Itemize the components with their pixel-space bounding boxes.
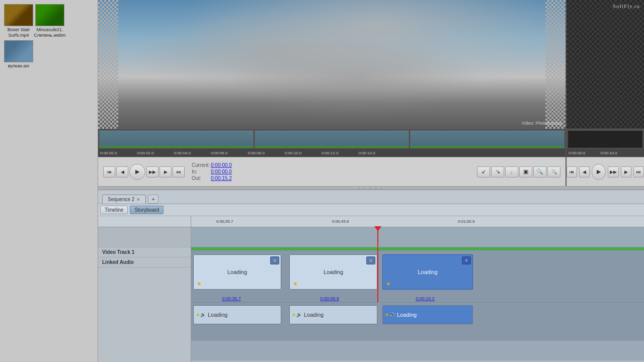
prog-fast-play[interactable]: ▶▶ xyxy=(608,166,618,177)
vulkan-thumb-img xyxy=(5,41,33,62)
timecode-ruler: 0:00;35.7 0:00;45.6 0:01;00.9 xyxy=(191,216,644,227)
empty-track-top xyxy=(191,227,644,247)
current-row: Current: 0:00:00.0 xyxy=(192,162,232,168)
prog-step-fwd[interactable]: ▶ xyxy=(621,166,631,177)
playhead xyxy=(377,227,378,247)
audio-clip-1-label: Loading xyxy=(208,312,227,318)
sequence-tab[interactable]: Sequence 2 ✕ xyxy=(102,195,146,204)
source-zoom-in[interactable]: 🔍 xyxy=(533,166,546,177)
tab-close-icon[interactable]: ✕ xyxy=(136,197,140,202)
video-track-1: Loading ≡ ★ 0:00:35.7 Loading ≡ xyxy=(191,247,644,303)
video-content xyxy=(98,0,566,129)
tc-2: 0:00:02.0 xyxy=(137,151,153,155)
audio-speaker-3: 🔊 xyxy=(389,312,395,317)
clip-3-icon[interactable]: ≡ xyxy=(462,256,471,264)
source-go-start[interactable]: ⏮ xyxy=(103,166,115,177)
tc-14: 0:00:14.0 xyxy=(359,151,375,155)
tc-8: 0:00:08.0 xyxy=(248,151,265,155)
source-go-end[interactable]: ⏭ xyxy=(173,166,185,177)
source-video: Video: Photolcanica xyxy=(98,0,566,129)
audio-track-label-row: Linked Audio xyxy=(98,257,191,267)
source-mark-in[interactable]: ↙ xyxy=(477,166,490,177)
strip-seg-1 xyxy=(99,130,254,148)
video-clip-3[interactable]: Loading ≡ ★ xyxy=(382,254,473,290)
prog-tc-10: 0:00:10.0 xyxy=(600,151,617,155)
current-timecode[interactable]: 0:00:00.0 xyxy=(211,162,232,168)
media-thumb-boxer xyxy=(4,4,33,26)
linked-audio-track: ★ 🔊 Loading ★ 🔊 Loading xyxy=(191,303,644,340)
in-label: In: xyxy=(192,169,208,174)
audio-clip-3[interactable]: ★ 🔊 Loading xyxy=(382,305,473,324)
out-timecode[interactable]: 0:00:15.2 xyxy=(211,175,232,181)
source-overwrite[interactable]: ▣ xyxy=(519,166,532,177)
media-item-boxer[interactable]: Boxer Stair Surfs.mp4 xyxy=(4,4,33,38)
boxer-thumb-img xyxy=(5,5,33,26)
clip-2-body: Loading xyxy=(290,255,377,289)
label-ruler-spacer xyxy=(98,216,191,227)
clip-1-timecode[interactable]: 0:00:35.7 xyxy=(222,296,241,301)
clip-2-timecode[interactable]: 0:00:09.9 xyxy=(320,296,339,301)
source-play[interactable]: ▶ xyxy=(129,164,145,180)
source-timecode-info: Current: 0:00:00.0 In: 0:00:00.0 Out: 0:… xyxy=(192,162,232,181)
clip-1-body: Loading xyxy=(194,255,281,289)
prog-go-start[interactable]: ⏮ xyxy=(567,166,577,177)
audio-clip-2[interactable]: ★ 🔊 Loading xyxy=(289,305,377,324)
media-item-minuscule[interactable]: Minuscule21.Слепень.webm xyxy=(35,4,64,38)
source-mark-out[interactable]: ↘ xyxy=(491,166,504,177)
source-extra-controls: ↙ ↘ ↓ ▣ 🔍 🔍 xyxy=(477,166,560,177)
tracks-area: 0:00;35.7 0:00;45.6 0:01;00.9 xyxy=(191,216,644,362)
tc-10: 0:00:10.0 xyxy=(285,151,301,155)
clip-3-star: ★ xyxy=(386,281,391,287)
label-empty-top xyxy=(98,227,191,247)
preview-section: Video: Photolcanica 0:00:00.0 0:00:02.0 … xyxy=(98,0,644,186)
video-playhead xyxy=(377,247,378,303)
audio-clip-1[interactable]: ★ 🔊 Loading xyxy=(193,305,281,324)
source-fast-play[interactable]: ▶▶ xyxy=(146,166,158,177)
source-zoom-out[interactable]: 🔍 xyxy=(547,166,560,177)
audio-icons-1: ★ 🔊 xyxy=(196,312,206,317)
checker-right xyxy=(545,0,566,129)
clip-2-icon[interactable]: ≡ xyxy=(366,256,375,264)
smoke-effect xyxy=(98,0,566,129)
ruler-tc-1: 0:00;35.7 xyxy=(216,219,233,224)
add-tab-button[interactable]: + xyxy=(148,195,158,204)
timeline-section: Sequence 2 ✕ + Timeline Storyboard xyxy=(98,190,644,362)
timeline-btn[interactable]: Timeline xyxy=(100,206,128,214)
source-timecodes: 0:00:00.0 0:00:02.0 0:00:04.0 0:00:06.0 … xyxy=(98,149,566,157)
prog-step-back[interactable]: ◀ xyxy=(579,166,590,177)
video-track-green-bar xyxy=(191,247,644,250)
source-step-fwd[interactable]: ▶ xyxy=(159,166,172,177)
in-row: In: 0:00:00.0 xyxy=(192,169,232,174)
in-timecode[interactable]: 0:00:00.0 xyxy=(211,169,232,174)
out-row: Out: 0:00:15.2 xyxy=(192,175,232,181)
audio-star-1: ★ xyxy=(196,312,200,317)
clip-3-timecode[interactable]: 0:00:15.2 xyxy=(416,296,435,301)
audio-clip-3-label: Loading xyxy=(397,312,417,318)
resize-handle[interactable]: • • • • • xyxy=(98,186,644,190)
media-item-vulkan[interactable]: вулкан.avi xyxy=(4,40,33,69)
media-label-minuscule: Minuscule21.Слепень.webm xyxy=(34,27,66,38)
prog-strip-1 xyxy=(568,130,643,148)
program-strip xyxy=(567,129,644,149)
video-clip-1[interactable]: Loading ≡ ★ xyxy=(193,254,281,290)
timeline-content: Video Track 1 Linked Audio 0:00;35.7 xyxy=(98,216,644,362)
clip-1-icon[interactable]: ≡ xyxy=(270,256,279,264)
clip-1-label: Loading xyxy=(227,269,247,275)
clip-3-label: Loading xyxy=(418,269,437,275)
program-watermark: SoftFly.ru xyxy=(613,3,640,9)
video-clip-2[interactable]: Loading ≡ ★ xyxy=(289,254,377,290)
prog-go-end[interactable]: ⏭ xyxy=(633,166,644,177)
prog-tc-0: 0:00:00.0 xyxy=(569,151,585,155)
storyboard-btn[interactable]: Storyboard xyxy=(130,206,164,214)
video-track-label-row: Video Track 1 xyxy=(98,247,191,257)
source-controls: ⏮ ◀ ▶ ▶▶ ▶ ⏭ Current: 0:00:00.0 In: xyxy=(98,157,566,186)
source-insert[interactable]: ↓ xyxy=(505,166,518,177)
clip-2-star: ★ xyxy=(293,281,298,287)
audio-icons-3: ★ 🔊 xyxy=(385,312,395,317)
source-step-back[interactable]: ◀ xyxy=(116,166,128,177)
video-track-label: Video Track 1 xyxy=(98,247,191,257)
program-timecodes: 0:00:00.0 0:00:10.0 xyxy=(567,149,644,157)
prog-play[interactable]: ▶ xyxy=(592,164,606,180)
audio-star-3: ★ xyxy=(385,312,389,317)
main-container: Boxer Stair Surfs.mp4 Minuscule21.Слепен… xyxy=(0,0,644,362)
